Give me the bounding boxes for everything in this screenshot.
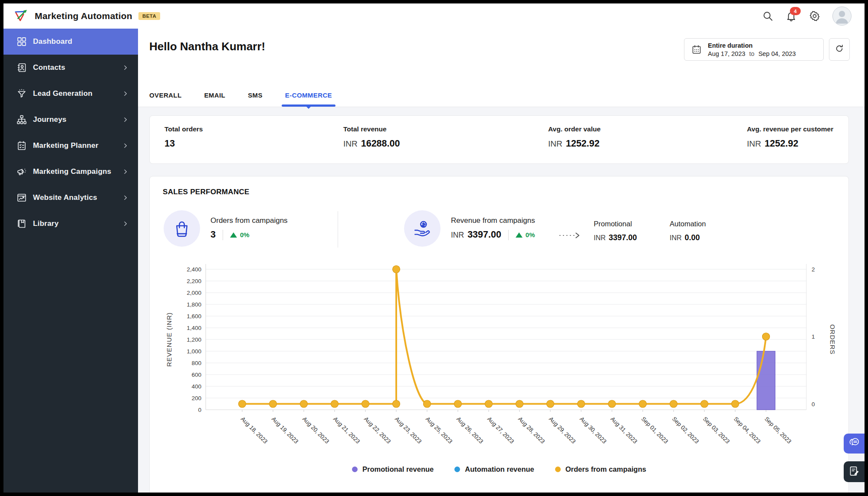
marketing-campaigns-icon	[16, 166, 27, 177]
notification-bell-icon[interactable]: 4	[786, 10, 797, 22]
library-icon	[16, 219, 27, 229]
breakdown-promotional: Promotional INR3397.00	[594, 220, 637, 242]
date-range-values: Aug 17, 2023toSep 04, 2023	[708, 50, 796, 57]
breakdown-automation: Automation INR0.00	[670, 220, 706, 242]
svg-text:600: 600	[191, 372, 201, 378]
sidebar-item-contacts[interactable]: Contacts	[3, 55, 138, 81]
chevron-right-icon	[122, 221, 128, 227]
svg-text:Sep 04, 2023: Sep 04, 2023	[733, 416, 762, 445]
sidebar-item-label: Library	[33, 219, 59, 228]
svg-text:Aug 18, 2023: Aug 18, 2023	[240, 416, 269, 445]
legend-item-promotional-revenue[interactable]: Promotional revenue	[352, 465, 434, 473]
svg-text:1,000: 1,000	[187, 348, 201, 355]
shopping-bag-icon	[164, 210, 200, 247]
user-avatar[interactable]	[832, 7, 852, 26]
tab-sms[interactable]: SMS	[248, 87, 263, 107]
svg-text:Aug 26, 2023: Aug 26, 2023	[455, 416, 484, 445]
kpi-row: Orders from campaigns 3 0%	[163, 208, 835, 253]
screenshot-frame: Marketing Automation BETA 4 DashboardCon…	[0, 0, 868, 496]
sidebar-item-lead-generation[interactable]: Lead Generation	[3, 81, 138, 107]
date-range-label: Entire duration	[708, 42, 796, 49]
svg-text:0: 0	[812, 401, 815, 408]
sidebar-item-marketing-campaigns[interactable]: Marketing Campaigns	[3, 159, 138, 185]
main-area: Hello Nantha Kumarr! Entire duration Aug…	[138, 29, 865, 493]
top-bar: Marketing Automation BETA 4	[3, 3, 865, 29]
summary-stats-card: Total orders13Total revenueINR16288.00Av…	[149, 115, 849, 164]
refresh-button[interactable]	[829, 38, 850, 61]
date-range-text: Entire duration Aug 17, 2023toSep 04, 20…	[708, 42, 796, 57]
svg-text:Sep 02, 2023: Sep 02, 2023	[671, 416, 700, 445]
sidebar-item-dashboard[interactable]: Dashboard	[3, 29, 138, 55]
legend-item-orders-from-campaigns[interactable]: Orders from campaigns	[555, 465, 646, 473]
svg-text:2,400: 2,400	[187, 266, 201, 273]
svg-text:ORDERS: ORDERS	[829, 324, 836, 355]
date-range-picker[interactable]: Entire duration Aug 17, 2023toSep 04, 20…	[684, 38, 824, 61]
kpi-value: INR3397.00	[451, 229, 501, 240]
legend-dot	[555, 467, 561, 472]
journeys-icon	[16, 114, 27, 125]
summary-stat-avg-revenue-per-customer: Avg. revenue per customerINR1252.92	[747, 125, 833, 149]
divider	[508, 230, 509, 240]
legend-label: Promotional revenue	[362, 465, 434, 473]
svg-text:Aug 27, 2023: Aug 27, 2023	[486, 416, 515, 445]
svg-text:Aug 28, 2023: Aug 28, 2023	[517, 416, 546, 445]
sidebar-item-label: Lead Generation	[33, 89, 92, 98]
sidebar-item-marketing-planner[interactable]: Marketing Planner	[3, 133, 138, 159]
edit-document-icon	[848, 465, 860, 479]
chevron-right-icon	[122, 65, 128, 71]
app-window: Marketing Automation BETA 4 DashboardCon…	[3, 3, 865, 493]
up-triangle-icon	[230, 232, 237, 238]
sidebar-item-website-analytics[interactable]: Website Analytics	[3, 185, 138, 211]
svg-text:1,600: 1,600	[187, 313, 201, 320]
tab-e-commerce[interactable]: E-COMMERCE	[285, 87, 332, 107]
summary-stat-total-orders: Total orders13	[164, 125, 203, 149]
calendar-icon	[691, 44, 702, 55]
svg-text:1,400: 1,400	[187, 325, 201, 331]
dashboard-content: Total orders13Total revenueINR16288.00Av…	[138, 107, 865, 493]
legend-label: Automation revenue	[465, 465, 534, 473]
sidebar-item-journeys[interactable]: Journeys	[3, 107, 138, 133]
sidebar-item-label: Contacts	[33, 63, 65, 72]
sidebar-item-library[interactable]: Library	[3, 211, 138, 237]
vertical-divider	[338, 211, 338, 248]
page-title: Hello Nantha Kumarr!	[149, 40, 265, 53]
dashboard-tabs: OVERALLEMAILSMSE-COMMERCE	[149, 87, 332, 107]
svg-text:Aug 20, 2023: Aug 20, 2023	[301, 416, 330, 445]
page-header: Hello Nantha Kumarr! Entire duration Aug…	[138, 29, 865, 107]
svg-text:800: 800	[191, 360, 201, 366]
legend-dot	[454, 467, 460, 472]
tab-email[interactable]: EMAIL	[204, 87, 225, 107]
svg-text:Sep 01, 2023: Sep 01, 2023	[640, 416, 669, 445]
sidebar-item-label: Dashboard	[33, 37, 72, 46]
hand-coin-icon	[404, 210, 441, 247]
chart-legend: Promotional revenueAutomation revenueOrd…	[150, 465, 848, 473]
notification-badge: 4	[790, 7, 801, 15]
refresh-icon	[835, 44, 844, 55]
sidebar-item-label: Website Analytics	[33, 193, 97, 202]
contacts-icon	[16, 62, 27, 73]
up-triangle-icon	[516, 232, 523, 238]
svg-text:Aug 29, 2023: Aug 29, 2023	[548, 416, 577, 445]
app-logo-icon	[13, 8, 30, 24]
chat-button[interactable]	[844, 434, 865, 454]
tab-overall[interactable]: OVERALL	[149, 87, 181, 107]
stat-label: Avg. order value	[548, 125, 601, 133]
svg-text:Aug 19, 2023: Aug 19, 2023	[270, 416, 299, 445]
feedback-button[interactable]	[844, 461, 865, 482]
stat-value: INR1252.92	[747, 138, 833, 149]
sidebar-item-label: Journeys	[33, 115, 66, 124]
svg-text:Aug 30, 2023: Aug 30, 2023	[579, 416, 608, 445]
chevron-right-icon	[122, 117, 128, 123]
stat-label: Total orders	[164, 125, 203, 133]
svg-text:Aug 23, 2023: Aug 23, 2023	[394, 416, 423, 445]
svg-text:Aug 31, 2023: Aug 31, 2023	[609, 416, 638, 445]
search-icon[interactable]	[762, 10, 773, 22]
section-title: SALES PERFORMANCE	[163, 188, 250, 196]
svg-text:1,200: 1,200	[187, 336, 201, 343]
settings-gear-icon[interactable]	[809, 10, 820, 22]
svg-text:Aug 25, 2023: Aug 25, 2023	[424, 416, 454, 445]
legend-item-automation-revenue[interactable]: Automation revenue	[454, 465, 534, 473]
svg-text:200: 200	[191, 395, 201, 401]
svg-text:2: 2	[812, 266, 815, 273]
summary-stat-avg-order-value: Avg. order valueINR1252.92	[548, 125, 601, 149]
